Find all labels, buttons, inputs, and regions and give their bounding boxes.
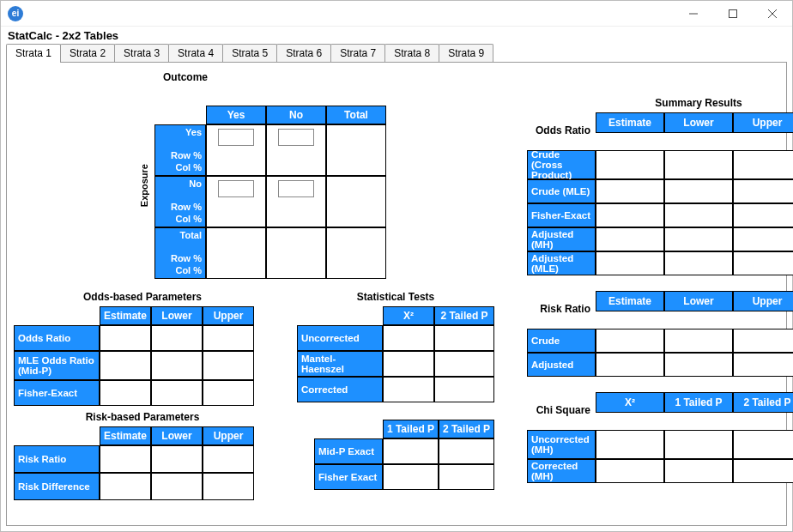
stat-tests-block: Statistical Tests X² 2 Tailed P Uncorrec… <box>297 289 494 406</box>
exact-row-midp: Mid-P Exact <box>314 438 383 464</box>
stat-row-uncorr: Uncorrected <box>297 325 383 351</box>
exposure-row-yes: Yes Row %Col % <box>154 124 206 176</box>
exposure-row-total: Total Row %Col % <box>154 227 206 279</box>
odds-fisher-up <box>203 380 254 406</box>
tab-strata-4[interactable]: Strata 4 <box>168 44 223 62</box>
cell-no-yes <box>206 176 266 227</box>
odds-params-title: Odds-based Parameters <box>14 291 271 303</box>
sum-odds-col-up: Upper <box>733 112 793 133</box>
exact-midp-p2 <box>439 438 494 464</box>
risk-params-block: Risk-based Parameters Estimate Lower Upp… <box>14 409 271 500</box>
odds-mle-est <box>100 351 151 380</box>
cell-yes-total <box>326 124 386 176</box>
exact-row-fisher: Fisher Exact <box>314 464 383 490</box>
sum-chi-col-p1: 1 Tailed P <box>664 392 733 413</box>
summary-chi-label: Chi Square <box>527 404 596 416</box>
sum-chi-col-x2: X² <box>596 392 664 413</box>
risk-col-lower: Lower <box>151 426 203 445</box>
sum-odds-col-est: Estimate <box>596 112 664 133</box>
sum-odds-row-fisher: Fisher-Exact <box>527 203 596 227</box>
left-column: Outcome Exposure Yes No Total Yes Row %C… <box>14 70 512 518</box>
tab-strata-3[interactable]: Strata 3 <box>114 44 169 62</box>
stat-col-p2: 2 Tailed P <box>434 306 494 325</box>
tab-strata-7[interactable]: Strata 7 <box>330 44 385 62</box>
stat-row-mh: Mantel-Haenszel <box>297 351 383 377</box>
stat-uncorr-p2 <box>434 325 494 351</box>
risk-params-title: Risk-based Parameters <box>14 411 271 423</box>
cell-no-total <box>326 176 386 227</box>
odds-or-est <box>100 325 151 351</box>
summary-odds-label: Odds Ratio <box>527 124 596 136</box>
outcome-title: Outcome <box>65 71 306 83</box>
stat-col-x2: X² <box>383 306 434 325</box>
close-button[interactable] <box>753 1 792 27</box>
odds-row-fisher: Fisher-Exact <box>14 380 100 406</box>
sum-odds-row-adjmle: Adjusted (MLE) <box>527 251 596 275</box>
risk-col-upper: Upper <box>203 426 254 445</box>
sum-odds-row-crudemle: Crude (MLE) <box>527 179 596 203</box>
odds-mle-up <box>203 351 254 380</box>
sum-odds-row-crudecp: Crude (Cross Product) <box>527 150 596 179</box>
strata-tabstrip: Strata 1 Strata 2 Strata 3 Strata 4 Stra… <box>1 44 792 62</box>
maximize-button[interactable] <box>713 1 753 27</box>
stat-corr-x2 <box>383 377 434 402</box>
risk-diff-low <box>151 473 203 500</box>
sum-chi-row-corr: Corrected (MH) <box>527 459 596 483</box>
exact-col-p2: 2 Tailed P <box>439 420 494 438</box>
stat-mh-p2 <box>434 351 494 377</box>
cell-total-total <box>326 227 386 279</box>
stat-corr-p2 <box>434 377 494 402</box>
odds-fisher-est <box>100 380 151 406</box>
cell-yes-no <box>266 124 326 176</box>
risk-row-diff: Risk Difference <box>14 473 100 500</box>
exact-col-p1: 1 Tailed P <box>383 420 439 438</box>
stat-uncorr-x2 <box>383 325 434 351</box>
input-yes-yes[interactable] <box>218 129 254 146</box>
summary-title: Summary Results <box>596 97 793 109</box>
exact-midp-p1 <box>383 438 439 464</box>
sum-risk-row-adj: Adjusted <box>527 353 596 377</box>
exposure-axis-label: Exposure <box>139 164 149 207</box>
tab-client-area: Outcome Exposure Yes No Total Yes Row %C… <box>6 62 787 526</box>
form-title: StatCalc - 2x2 Tables <box>1 27 792 44</box>
odds-or-low <box>151 325 203 351</box>
app-window: ei StatCalc - 2x2 Tables Strata 1 Strata… <box>0 0 793 532</box>
odds-row-mle: MLE Odds Ratio (Mid-P) <box>14 351 100 380</box>
tab-strata-8[interactable]: Strata 8 <box>384 44 439 62</box>
right-column: Summary Results Odds Ratio Estimate Lowe… <box>527 70 793 518</box>
exact-tests-block: 1 Tailed P 2 Tailed P Mid-P Exact Fisher… <box>314 420 512 500</box>
outcome-col-no: No <box>266 106 326 124</box>
risk-col-estimate: Estimate <box>100 426 151 445</box>
tab-strata-5[interactable]: Strata 5 <box>222 44 277 62</box>
minimize-button[interactable] <box>674 1 713 27</box>
risk-row-ratio: Risk Ratio <box>14 445 100 473</box>
stat-mh-x2 <box>383 351 434 377</box>
input-yes-no[interactable] <box>278 129 314 146</box>
sum-risk-col-low: Lower <box>664 291 733 311</box>
tab-strata-1[interactable]: Strata 1 <box>6 44 61 63</box>
tab-strata-9[interactable]: Strata 9 <box>439 44 493 62</box>
input-no-no[interactable] <box>278 180 314 197</box>
svg-rect-0 <box>729 9 737 17</box>
sum-risk-col-up: Upper <box>733 291 793 311</box>
risk-ratio-low <box>151 445 203 473</box>
risk-ratio-up <box>203 445 254 473</box>
odds-row-or: Odds Ratio <box>14 325 100 351</box>
sum-odds-col-low: Lower <box>664 112 733 133</box>
exact-fisher-p1 <box>383 464 439 490</box>
outcome-col-total: Total <box>326 106 386 124</box>
sum-odds-row-adjmh: Adjusted (MH) <box>527 227 596 251</box>
cell-total-no <box>266 227 326 279</box>
risk-diff-est <box>100 473 151 500</box>
stat-row-corr: Corrected <box>297 377 383 402</box>
odds-col-upper: Upper <box>203 306 254 325</box>
sum-risk-row-crude: Crude <box>527 329 596 353</box>
summary-risk-label: Risk Ratio <box>527 303 596 315</box>
outcome-col-yes: Yes <box>206 106 266 124</box>
tab-strata-2[interactable]: Strata 2 <box>60 44 115 62</box>
odds-col-estimate: Estimate <box>100 306 151 325</box>
cell-total-yes <box>206 227 266 279</box>
stat-tests-title: Statistical Tests <box>297 291 494 303</box>
tab-strata-6[interactable]: Strata 6 <box>276 44 331 62</box>
input-no-yes[interactable] <box>218 180 254 197</box>
